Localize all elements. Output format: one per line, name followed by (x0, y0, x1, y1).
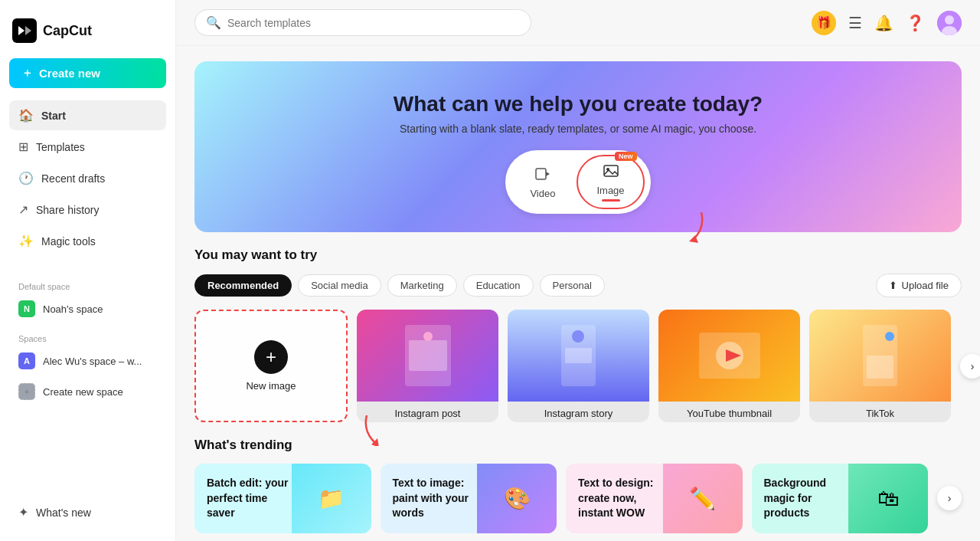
user-avatar[interactable] (937, 11, 962, 35)
sidebar-bottom: ✦ What's new (9, 497, 166, 529)
trending-next-arrow[interactable]: › (937, 486, 962, 510)
noah-space-label: Noah's space (43, 303, 103, 315)
filter-recommended[interactable]: Recommended (194, 274, 292, 297)
trending-label-2: Text to design: create now, instant WOW (578, 476, 662, 521)
star-icon: ✦ (18, 505, 28, 520)
sidebar-item-whats-new[interactable]: ✦ What's new (9, 497, 166, 527)
help-icon[interactable]: ❓ (906, 14, 925, 32)
trending-label-0: Batch edit: your perfect time saver (207, 476, 290, 521)
svg-rect-13 (565, 348, 592, 363)
templates-next-arrow[interactable]: › (960, 354, 980, 379)
instagram-story-label: Instagram story (508, 402, 649, 422)
sidebar-item-start[interactable]: 🏠 Start (9, 100, 166, 130)
tab-underline (602, 199, 620, 202)
instagram-story-thumb (508, 310, 649, 402)
trending-text-image[interactable]: Text to image: paint with your words 🎨 (381, 464, 557, 533)
tiktok-label: TikTok (809, 402, 951, 422)
trending-title: What's trending (194, 438, 962, 453)
filter-marketing[interactable]: Marketing (387, 274, 457, 297)
space-noah[interactable]: N Noah's space (9, 294, 166, 323)
create-new-label: Create new (39, 67, 100, 80)
bell-icon[interactable]: 🔔 (874, 14, 893, 32)
trending-thumb-3: 🛍 (848, 464, 928, 533)
plus-icon: ＋ (21, 66, 33, 80)
filter-personal[interactable]: Personal (540, 274, 605, 297)
tab-pill: Video New Image (505, 150, 650, 214)
instagram-story-card[interactable]: Instagram story (508, 310, 649, 422)
nav-label-magic: Magic tools (41, 235, 96, 248)
trending-label-3: Background magic for products (764, 476, 848, 521)
search-input[interactable] (227, 17, 520, 29)
instagram-post-thumb (357, 310, 498, 402)
svg-point-11 (423, 332, 433, 341)
sidebar: CapCut ＋ Create new 🏠 Start ⊞ Templates … (0, 0, 176, 541)
trending-section: What's trending Batch edit: your perfect… (176, 422, 980, 533)
whats-new-label: What's new (36, 507, 91, 519)
search-bar[interactable]: 🔍 (194, 9, 531, 36)
image-tab-label: Image (596, 185, 624, 196)
svg-rect-6 (604, 166, 618, 176)
clock-icon: 🕐 (18, 171, 34, 185)
new-image-label: New image (246, 380, 296, 392)
trending-grid: Batch edit: your perfect time saver 📁 Te… (194, 464, 962, 533)
instagram-post-card[interactable]: Instagram post (357, 310, 498, 422)
magic-icon: ✨ (18, 234, 34, 248)
default-space-label: Default space (9, 273, 166, 294)
search-icon: 🔍 (206, 15, 221, 30)
sidebar-item-magic-tools[interactable]: ✨ Magic tools (9, 226, 166, 256)
alec-space-label: Alec Wu's space – w... (43, 356, 142, 367)
hero-subtitle: Starting with a blank slate, ready templ… (213, 123, 943, 135)
avatar-image (937, 11, 962, 35)
nav-label-templates: Templates (36, 141, 85, 153)
main-content: 🔍 🎁 ☰ 🔔 ❓ What can we help you create to… (176, 0, 980, 541)
svg-point-14 (572, 330, 584, 343)
new-image-card[interactable]: + New image (194, 310, 348, 422)
home-icon: 🏠 (18, 108, 34, 123)
trending-text-design[interactable]: Text to design: create now, instant WOW … (566, 464, 743, 533)
logo-container: CapCut (9, 12, 166, 58)
space-alec[interactable]: A Alec Wu's space – w... (9, 346, 166, 375)
sidebar-item-recent-drafts[interactable]: 🕐 Recent drafts (9, 163, 166, 193)
spaces-label: Spaces (9, 325, 166, 346)
filter-education[interactable]: Education (463, 274, 534, 297)
filter-social-media[interactable]: Social media (298, 274, 381, 297)
header: 🔍 🎁 ☰ 🔔 ❓ (176, 0, 980, 46)
trending-thumb-1: 🎨 (477, 464, 557, 533)
section-title-try: You may want to try (194, 248, 962, 263)
trending-background-magic[interactable]: Background magic for products 🛍 (752, 464, 929, 533)
trending-thumb-2: ✏️ (663, 464, 743, 533)
share-icon: ↗ (18, 202, 28, 217)
nav-label-recent: Recent drafts (41, 172, 105, 185)
sidebar-item-share-history[interactable]: ↗ Share history (9, 195, 166, 225)
svg-point-20 (885, 332, 894, 341)
sidebar-nav: 🏠 Start ⊞ Templates 🕐 Recent drafts ↗ Sh… (9, 100, 166, 257)
sidebar-item-templates[interactable]: ⊞ Templates (9, 132, 166, 162)
menu-icon[interactable]: ☰ (848, 14, 862, 32)
gift-icon[interactable]: 🎁 (812, 11, 836, 35)
create-new-space[interactable]: + Create new space (9, 377, 166, 406)
tiktok-thumb (809, 310, 951, 402)
svg-rect-10 (409, 340, 447, 371)
upload-icon: ⬆ (889, 280, 897, 291)
nav-label-start: Start (41, 110, 66, 122)
templates-icon: ⊞ (18, 139, 28, 154)
alec-avatar: A (18, 352, 35, 369)
youtube-thumb (658, 310, 800, 402)
youtube-thumbnail-card[interactable]: YouTube thumbnail (658, 310, 800, 422)
trending-batch-edit[interactable]: Batch edit: your perfect time saver 📁 (194, 464, 371, 533)
create-new-button[interactable]: ＋ Create new (9, 58, 166, 88)
header-icons: 🎁 ☰ 🔔 ❓ (812, 11, 962, 35)
upload-file-button[interactable]: ⬆ Upload file (876, 274, 962, 297)
svg-marker-5 (546, 172, 550, 176)
noah-avatar: N (18, 300, 35, 317)
capcut-logo-icon (12, 18, 37, 43)
you-may-want-section: You may want to try Recommended Social m… (176, 232, 980, 422)
template-row: + New image Instagram post Instagram sto… (194, 310, 962, 422)
svg-point-2 (945, 15, 954, 25)
tab-image[interactable]: New Image (577, 155, 644, 209)
tiktok-card[interactable]: TikTok (809, 310, 951, 422)
create-space-label: Create new space (43, 386, 123, 398)
tab-video[interactable]: Video (511, 159, 573, 205)
video-tab-label: Video (530, 188, 555, 199)
trending-label-1: Text to image: paint with your words (393, 476, 476, 521)
